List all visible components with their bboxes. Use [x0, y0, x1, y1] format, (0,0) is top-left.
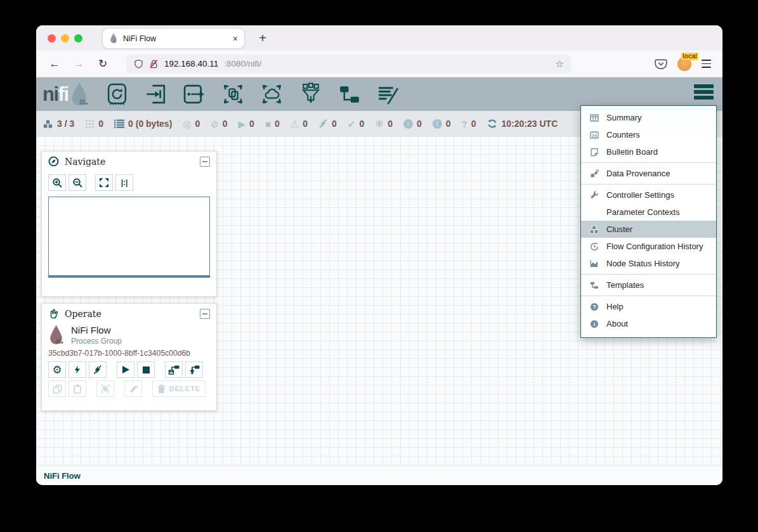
status-transmitting: ◎ 0	[183, 119, 200, 129]
zoom-in-button[interactable]	[48, 174, 66, 191]
cluster-menu-icon	[589, 225, 599, 234]
zoom-actual-button[interactable]: |:|	[115, 174, 133, 191]
menu-item-about[interactable]: i About	[581, 315, 716, 332]
last-refresh-time: 10:20:23 UTC	[502, 119, 558, 129]
menu-item-templates[interactable]: Templates	[581, 276, 716, 294]
enable-button[interactable]	[69, 361, 86, 378]
pocket-icon[interactable]	[655, 58, 667, 70]
menu-item-summary[interactable]: Summary	[581, 109, 716, 126]
new-tab-button[interactable]: +	[254, 29, 271, 47]
reload-button[interactable]: ↻	[93, 55, 112, 74]
wrench-icon	[589, 191, 599, 200]
browser-menu-icon[interactable]	[702, 60, 711, 67]
window-controls	[48, 34, 82, 42]
menu-item-data-provenance[interactable]: Data Provenance	[581, 165, 716, 182]
browser-tab[interactable]: NiFi Flow ×	[103, 29, 244, 48]
status-connected-nodes: 3 / 3	[42, 119, 74, 129]
configure-button[interactable]: ⚙	[48, 361, 66, 378]
output-port-icon[interactable]	[183, 82, 206, 106]
shield-icon[interactable]	[134, 59, 143, 69]
copy-button	[48, 380, 66, 397]
menu-item-node-status-history[interactable]: Node Status History	[581, 255, 716, 272]
menu-item-flow-configuration-history[interactable]: Flow Configuration History	[581, 238, 716, 255]
status-disabled: 0	[318, 119, 337, 129]
collapse-operate-button[interactable]	[200, 309, 210, 319]
tab-title: NiFi Flow	[123, 34, 156, 43]
compass-icon	[48, 156, 59, 167]
breadcrumb-root[interactable]: NiFi Flow	[44, 471, 81, 481]
profile-avatar[interactable]: local	[677, 57, 691, 71]
menu-item-parameter-contexts[interactable]: Parameter Contexts	[581, 204, 716, 221]
zoom-out-button[interactable]	[69, 174, 86, 191]
delete-label: DELETE	[169, 385, 200, 393]
close-window-button[interactable]	[48, 34, 56, 42]
minimize-window-button[interactable]	[61, 34, 69, 42]
stop-button[interactable]	[137, 361, 155, 378]
funnel-icon[interactable]	[299, 82, 322, 106]
refresh-icon[interactable]	[487, 119, 497, 129]
process-group-drop-icon	[48, 325, 64, 346]
profile-badge: local	[681, 53, 698, 60]
collapse-navigate-button[interactable]	[200, 157, 210, 167]
refresh-status: 10:20:23 UTC	[487, 119, 558, 129]
threads-icon	[85, 119, 95, 129]
create-template-button[interactable]	[165, 361, 183, 378]
templates-icon	[589, 281, 599, 290]
label-icon[interactable]	[376, 82, 400, 106]
help-icon: ?	[589, 302, 599, 311]
insecure-lock-icon[interactable]	[149, 59, 159, 69]
status-running: ▶ 0	[239, 119, 254, 129]
disable-button[interactable]	[89, 361, 107, 378]
locally-modified-icon	[375, 119, 384, 128]
browser-navbar: ← → ↻ 192.168.40.11:8080/nifi/ ☆ local	[36, 51, 722, 77]
menu-item-help[interactable]: ? Help	[581, 298, 716, 315]
invalid-icon: ⚠	[291, 119, 299, 129]
zoom-fit-button[interactable]	[95, 174, 113, 191]
status-active-threads: 0	[85, 119, 103, 129]
queued-icon	[114, 119, 124, 128]
history-icon	[589, 242, 599, 251]
global-menu-icon[interactable]	[694, 84, 714, 100]
menu-item-controller-settings[interactable]: Controller Settings	[581, 186, 716, 204]
sync-failure-icon: ?	[462, 119, 467, 129]
navigate-panel: Navigate	[41, 151, 217, 297]
menu-item-bulletin-board[interactable]: Bulletin Board	[581, 143, 716, 160]
bookmark-star-icon[interactable]: ☆	[556, 58, 564, 70]
nifi-logo: nifi	[42, 82, 89, 107]
start-button[interactable]	[117, 361, 134, 378]
status-locally-modified-and-stale: ! 0	[433, 119, 451, 129]
delete-button: DELETE	[152, 380, 206, 397]
selected-component: NiFi Flow Process Group	[42, 323, 216, 346]
input-port-icon[interactable]	[144, 82, 167, 106]
status-stopped: ■ 0	[265, 119, 280, 129]
birdseye-minimap[interactable]	[48, 197, 210, 278]
stale-icon: ↑	[403, 119, 413, 129]
status-up-to-date: ✓ 0	[348, 119, 364, 129]
chart-icon	[589, 259, 599, 268]
transmitting-icon: ◎	[183, 119, 191, 129]
url-path: :8080/nifi/	[224, 59, 261, 68]
zoom-window-button[interactable]	[74, 34, 82, 42]
counters-icon: 23	[589, 131, 599, 139]
status-stale: ↑ 0	[403, 119, 422, 129]
status-not-transmitting: ⊘ 0	[211, 119, 227, 129]
info-icon: i	[589, 320, 599, 328]
paste-button	[69, 380, 86, 397]
back-button[interactable]: ←	[45, 55, 64, 74]
close-tab-icon[interactable]: ×	[233, 34, 238, 43]
process-group-icon[interactable]	[221, 82, 245, 106]
url-bar[interactable]: 192.168.40.11:8080/nifi/ ☆	[126, 55, 572, 74]
upload-template-button[interactable]	[185, 361, 203, 378]
svg-text:23: 23	[592, 133, 597, 138]
bulletin-board-icon	[589, 148, 599, 157]
stopped-icon: ■	[265, 119, 271, 129]
processor-icon[interactable]	[105, 82, 129, 106]
template-icon[interactable]	[337, 82, 361, 106]
menu-item-counters[interactable]: 23 Counters	[581, 126, 716, 143]
menu-item-cluster[interactable]: Cluster	[581, 221, 716, 238]
nifi-drop-icon	[70, 82, 89, 107]
running-icon: ▶	[239, 119, 246, 129]
status-invalid: ⚠ 0	[291, 119, 308, 129]
remote-process-group-icon[interactable]	[260, 82, 284, 106]
selected-component-type: Process Group	[71, 337, 122, 346]
